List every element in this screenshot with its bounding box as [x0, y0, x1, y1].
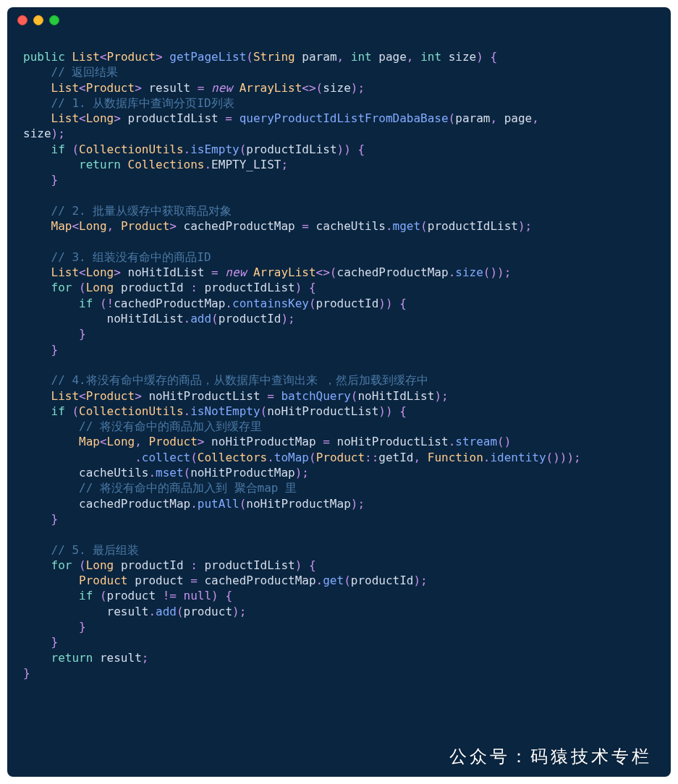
code-token — [23, 589, 79, 602]
code-token — [23, 219, 51, 233]
code-token: productIdList — [428, 219, 518, 233]
code-window: public List<Product> getPageList(String … — [7, 7, 671, 777]
code-token — [23, 81, 51, 95]
code-token: Long — [86, 111, 114, 125]
code-token: ( — [240, 497, 247, 511]
code-token: // 5. 最后组装 — [51, 543, 140, 557]
code-token: cacheUtils — [316, 219, 386, 233]
code-token: page — [372, 50, 407, 64]
code-token — [23, 512, 51, 526]
code-token: param — [455, 111, 490, 125]
code-token — [23, 451, 135, 464]
code-token: cachedProductMap — [184, 219, 302, 233]
code-token: Product — [316, 451, 365, 464]
code-token: CollectionUtils — [79, 404, 184, 418]
code-token: queryProductIdListFromDabaBase — [240, 111, 449, 125]
code-token — [23, 327, 79, 341]
code-token: cachedProductMap — [204, 574, 315, 587]
code-token: )) { — [378, 297, 407, 310]
code-token: product — [107, 589, 163, 602]
code-token: isNotEmpty — [190, 404, 260, 418]
code-token: noHitIdList — [128, 265, 212, 279]
code-token: ( — [344, 574, 351, 587]
code-token: > — [169, 219, 183, 233]
code-token — [23, 574, 79, 587]
code-token: CollectionUtils — [79, 142, 184, 156]
code-token: result — [93, 651, 141, 665]
code-token: . — [148, 466, 156, 480]
code-token: Product — [121, 219, 169, 233]
code-token — [23, 204, 51, 218]
code-token: // 将没有命中的商品加入到 聚合map 里 — [79, 481, 297, 495]
code-token: getPageList — [169, 50, 246, 64]
code-token: List — [51, 81, 80, 95]
code-token: Collections — [128, 158, 205, 171]
code-token — [23, 651, 51, 665]
code-token: , — [532, 111, 546, 125]
code-token: Map — [79, 435, 100, 448]
code-token: identity — [490, 451, 546, 464]
code-token: containsKey — [232, 297, 309, 310]
window-titlebar — [7, 7, 671, 33]
code-token: List — [51, 111, 80, 125]
code-token: size — [455, 265, 483, 279]
code-token: return — [79, 158, 121, 171]
code-token: product — [128, 574, 191, 587]
code-token: (! — [100, 297, 114, 310]
code-token: result — [23, 605, 148, 618]
code-token: result — [148, 81, 197, 95]
code-token: <>( — [316, 265, 337, 279]
code-token: // 2. 批量从缓存中获取商品对象 — [51, 204, 232, 218]
code-token: < — [72, 219, 79, 233]
code-token: ); — [351, 81, 365, 95]
code-token: ( — [72, 142, 79, 156]
code-token — [23, 65, 51, 79]
code-token: > — [198, 435, 211, 448]
code-token: Long — [79, 219, 107, 233]
code-token: productId — [351, 574, 414, 587]
code-token: , — [135, 435, 148, 448]
code-token: size — [23, 127, 51, 140]
minimize-icon[interactable] — [33, 15, 43, 25]
code-token — [93, 589, 100, 602]
code-token: ( — [246, 50, 253, 64]
code-token: , — [107, 219, 121, 233]
code-token: ( — [79, 281, 86, 294]
code-token: < — [79, 111, 86, 125]
code-token: Product — [86, 389, 135, 403]
code-token — [23, 297, 79, 310]
code-token: mget — [393, 219, 421, 233]
code-token: ); — [413, 574, 427, 587]
code-token: ); — [434, 389, 448, 403]
code-token: get — [323, 574, 344, 587]
code-token: // 3. 组装没有命中的商品ID — [51, 250, 211, 264]
page-frame: public List<Product> getPageList(String … — [0, 0, 678, 784]
code-token: ); — [51, 127, 65, 140]
code-token: new — [211, 81, 240, 95]
code-token — [23, 543, 51, 557]
code-token: = — [198, 81, 211, 95]
code-token: cachedProductMap — [114, 297, 225, 310]
close-icon[interactable] — [17, 15, 27, 25]
code-token: ) { — [295, 281, 316, 294]
code-token: ( — [260, 404, 268, 418]
code-token: public — [23, 50, 65, 64]
code-token: > — [135, 81, 148, 95]
code-token: List — [51, 389, 80, 403]
code-token — [72, 281, 79, 294]
maximize-icon[interactable] — [49, 15, 59, 25]
code-token: > — [156, 50, 169, 64]
code-token: . — [190, 497, 198, 511]
code-token: Product — [86, 81, 135, 95]
code-token: ( — [420, 219, 428, 233]
code-token — [23, 343, 51, 357]
code-token: } — [79, 327, 86, 341]
code-token: ); — [281, 312, 294, 325]
code-token: = — [267, 389, 281, 403]
code-token: noHitProductMap — [211, 435, 323, 448]
code-token: = — [190, 574, 204, 587]
code-token — [23, 404, 51, 418]
code-token: ( — [211, 312, 219, 325]
code-token: . — [267, 451, 274, 464]
code-token: } — [51, 343, 59, 357]
